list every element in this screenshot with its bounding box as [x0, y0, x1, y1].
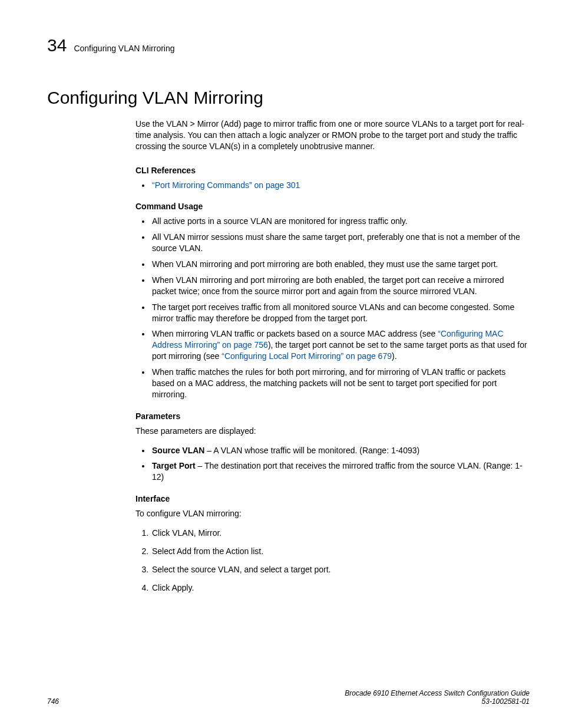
interface-intro: To configure VLAN mirroring:: [135, 508, 530, 519]
intro-paragraph: Use the VLAN > Mirror (Add) page to mirr…: [135, 118, 530, 152]
parameters-label: Parameters: [135, 411, 530, 422]
list-item: Select Add from the Action list.: [151, 546, 530, 557]
command-usage-label: Command Usage: [135, 201, 530, 212]
param-desc: – The destination port that receives the…: [152, 461, 523, 482]
chapter-number: 34: [47, 35, 67, 55]
cli-ref-link[interactable]: “Port Mirroring Commands” on page 301: [152, 180, 300, 190]
list-item: When VLAN mirroring and port mirroring a…: [151, 275, 530, 297]
footer-right: Brocade 6910 Ethernet Access Switch Conf…: [345, 689, 530, 706]
list-item: Source VLAN – A VLAN whose traffic will …: [151, 445, 530, 456]
page-number: 746: [47, 697, 59, 706]
command-usage-list: All active ports in a source VLAN are mo…: [135, 216, 530, 400]
list-item: When VLAN mirroring and port mirroring a…: [151, 259, 530, 270]
text-span: ).: [392, 351, 397, 361]
cli-references-label: CLI References: [135, 165, 530, 176]
list-item: Click VLAN, Mirror.: [151, 528, 530, 539]
list-item: All active ports in a source VLAN are mo…: [151, 216, 530, 227]
param-name: Source VLAN: [152, 446, 204, 455]
parameters-intro: These parameters are displayed:: [135, 426, 530, 437]
list-item: Target Port – The destination port that …: [151, 460, 530, 483]
list-item: When traffic matches the rules for both …: [151, 367, 530, 400]
interface-steps: Click VLAN, Mirror. Select Add from the …: [135, 528, 530, 594]
page-content: 34 Configuring VLAN Mirroring Configurin…: [0, 0, 562, 728]
list-item: Click Apply.: [151, 582, 530, 594]
interface-label: Interface: [135, 493, 530, 505]
page-footer: 746 Brocade 6910 Ethernet Access Switch …: [47, 689, 530, 706]
list-item: When mirroring VLAN traffic or packets b…: [151, 328, 530, 362]
page-title: Configuring VLAN Mirroring: [47, 88, 530, 108]
list-item: “Port Mirroring Commands” on page 301: [151, 180, 530, 191]
book-title: Brocade 6910 Ethernet Access Switch Conf…: [345, 689, 530, 697]
running-title: Configuring VLAN Mirroring: [74, 44, 174, 53]
doc-number: 53-1002581-01: [345, 697, 530, 706]
list-item: All VLAN mirror sessions must share the …: [151, 232, 530, 254]
param-name: Target Port: [152, 461, 196, 470]
local-port-mirroring-link[interactable]: “Configuring Local Port Mirroring” on pa…: [222, 351, 392, 361]
text-span: When mirroring VLAN traffic or packets b…: [152, 329, 438, 338]
list-item: The target port receives traffic from al…: [151, 302, 530, 324]
param-desc: – A VLAN whose traffic will be monitored…: [204, 446, 419, 455]
body: Use the VLAN > Mirror (Add) page to mirr…: [135, 118, 530, 594]
cli-references-list: “Port Mirroring Commands” on page 301: [135, 180, 530, 191]
parameters-list: Source VLAN – A VLAN whose traffic will …: [135, 445, 530, 483]
list-item: Select the source VLAN, and select a tar…: [151, 564, 530, 575]
page-header: 34 Configuring VLAN Mirroring: [47, 35, 530, 55]
